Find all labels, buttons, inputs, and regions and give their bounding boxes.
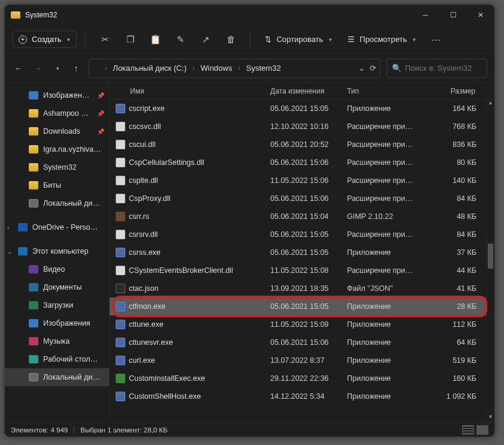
scroll-thumb[interactable] [488, 243, 493, 269]
table-row[interactable]: csplte.dll11.05.2022 15:06Расширение при… [110, 172, 494, 190]
pin-icon: 📌 [97, 92, 104, 99]
table-row[interactable]: csrsrv.dll05.06.2021 15:05Расширение при… [110, 225, 494, 243]
file-size: 37 КБ [430, 248, 476, 257]
file-type: GIMP 2.10.22 [347, 212, 430, 221]
sidebar-item[interactable]: Этот компьютер⌄ [5, 242, 109, 260]
table-row[interactable]: cscsvc.dll12.10.2022 10:16Расширение при… [110, 118, 494, 136]
recent-button[interactable]: ▾ [50, 62, 64, 75]
file-size: 164 КБ [430, 104, 476, 113]
list-view-button[interactable] [462, 425, 474, 435]
details-view-button[interactable] [476, 425, 488, 435]
view-button[interactable]: ☰ Просмотреть ▾ [342, 31, 422, 47]
titlebar[interactable]: System32 ─ ☐ ✕ [5, 5, 494, 25]
table-row[interactable]: CSystemEventsBrokerClient.dll11.05.2022 … [110, 261, 494, 279]
sidebar-item[interactable]: System32 [5, 158, 109, 176]
table-row[interactable]: ctfmon.exe05.06.2021 15:05Приложение28 К… [110, 297, 494, 315]
sidebar-item-label: Рабочий стол… [43, 355, 98, 363]
file-size: 64 КБ [430, 338, 476, 347]
more-button[interactable]: ⋯ [425, 29, 447, 50]
table-row[interactable]: CustomInstallExec.exe29.11.2022 22:36При… [110, 369, 494, 387]
refresh-button[interactable]: ⟳ [370, 64, 376, 73]
up-button[interactable]: ↑ [70, 62, 83, 75]
paste-button[interactable]: 📋 [144, 29, 166, 50]
forward-button[interactable]: → [31, 62, 44, 75]
close-button[interactable]: ✕ [467, 5, 494, 25]
cut-button[interactable]: ✂ [94, 29, 116, 50]
file-icon [116, 320, 125, 329]
sidebar-item[interactable]: Изображен…📌 [5, 86, 109, 104]
table-row[interactable]: cttunesvr.exe05.06.2021 15:06Приложение6… [110, 333, 494, 351]
chevron-down-icon: ▾ [413, 37, 416, 43]
table-row[interactable]: cttune.exe11.05.2022 15:09Приложение112 … [110, 315, 494, 333]
file-size: 84 КБ [430, 194, 476, 203]
file-pane: Имя Дата изменения Тип Размер ▲ ▼ cscrip… [110, 83, 494, 422]
file-type: Расширение при… [347, 266, 430, 275]
sidebar-item[interactable]: Ashampoo …📌 [5, 104, 109, 122]
search-input[interactable]: 🔍 Поиск в: System32 [387, 59, 487, 78]
breadcrumb-item[interactable]: Windows [198, 62, 235, 74]
table-row[interactable]: cscui.dll05.06.2021 20:52Расширение при…… [110, 136, 494, 154]
file-type: Приложение [347, 374, 430, 383]
copy-button[interactable]: ❐ [119, 29, 141, 50]
plus-icon: + [19, 35, 27, 44]
breadcrumb-item[interactable]: System32 [244, 62, 283, 74]
table-row[interactable]: CspCellularSettings.dll05.06.2021 15:06Р… [110, 154, 494, 172]
minimize-button[interactable]: ─ [412, 5, 439, 25]
table-row[interactable]: cscript.exe05.06.2021 15:05Приложение164… [110, 100, 494, 118]
sidebar-item[interactable]: Downloads📌 [5, 122, 109, 140]
back-button[interactable]: ← [12, 62, 25, 75]
scroll-down-icon[interactable]: ▼ [487, 414, 494, 422]
sidebar-item[interactable]: Локальный ди… [5, 194, 109, 212]
col-date[interactable]: Дата изменения [270, 87, 347, 95]
column-headers[interactable]: Имя Дата изменения Тип Размер [110, 83, 494, 100]
table-row[interactable]: curl.exe13.07.2022 8:37Приложение519 КБ [110, 351, 494, 369]
col-name[interactable]: Имя [116, 87, 270, 95]
address-row: ← → ▾ ↑ › Локальный диск (C:) › Windows … [5, 54, 494, 83]
file-name: CspCellularSettings.dll [129, 158, 204, 167]
share-button[interactable]: ↗ [195, 29, 216, 50]
table-row[interactable]: csrss.exe05.06.2021 15:05Приложение37 КБ [110, 243, 494, 261]
file-name: CustomShellHost.exe [129, 392, 201, 401]
status-bar: Элементов: 4 949 Выбран 1 элемент: 28,0 … [5, 422, 494, 437]
breadcrumb-item[interactable]: Локальный диск (C:) [110, 62, 189, 74]
delete-button[interactable]: 🗑 [220, 29, 242, 50]
sidebar-item[interactable]: Igra.na.vyzhiva… [5, 140, 109, 158]
sidebar-item[interactable]: OneDrive - Perso…› [5, 218, 109, 236]
view-label: Просмотреть [360, 35, 407, 44]
file-size: 768 КБ [430, 122, 476, 131]
sort-button[interactable]: ⇅ Сортировать ▾ [259, 31, 338, 47]
breadcrumb-dropdown[interactable]: ⌄ [358, 64, 365, 73]
sidebar-item-label: Биты [43, 181, 61, 190]
sidebar-item-label: Этот компьютер [32, 247, 88, 255]
col-size[interactable]: Размер [430, 87, 476, 95]
sidebar-item[interactable]: Видео [5, 260, 109, 278]
sidebar-item[interactable]: Изображения [5, 314, 109, 332]
table-row[interactable]: CspProxy.dll05.06.2021 15:06Расширение п… [110, 190, 494, 208]
sidebar-item[interactable]: Загрузки [5, 296, 109, 314]
file-date: 05.06.2021 15:05 [270, 230, 347, 239]
table-row[interactable]: ctac.json13.09.2021 18:35Файл "JSON"41 К… [110, 279, 494, 297]
sidebar-item[interactable]: Музыка [5, 332, 109, 350]
rename-button[interactable]: ✎ [170, 29, 191, 50]
scroll-up-icon[interactable]: ▲ [487, 100, 494, 108]
table-row[interactable]: CustomShellHost.exe14.12.2022 5:34Прилож… [110, 387, 494, 405]
sidebar-item[interactable]: Документы [5, 278, 109, 296]
file-name: ctfmon.exe [129, 302, 165, 311]
sidebar-item[interactable]: Биты [5, 176, 109, 194]
sidebar-item[interactable]: Локальный ди… [5, 368, 109, 386]
file-icon [116, 338, 125, 347]
file-type: Расширение при… [347, 176, 430, 185]
col-type[interactable]: Тип [347, 87, 430, 95]
breadcrumb[interactable]: › Локальный диск (C:) › Windows › System… [89, 59, 381, 78]
file-icon [116, 356, 125, 365]
file-icon [116, 194, 125, 203]
elements-label: Элементов: [11, 426, 48, 434]
file-size: 1 092 КБ [430, 392, 476, 401]
new-button[interactable]: + Создать ▾ [12, 31, 77, 48]
scrollbar[interactable]: ▲ ▼ [486, 100, 494, 422]
file-icon [116, 176, 125, 185]
file-icon [116, 158, 125, 167]
maximize-button[interactable]: ☐ [439, 5, 467, 25]
table-row[interactable]: csrr.rs05.06.2021 15:04GIMP 2.10.2248 КБ [110, 208, 494, 225]
sidebar-item[interactable]: Рабочий стол… [5, 350, 109, 368]
